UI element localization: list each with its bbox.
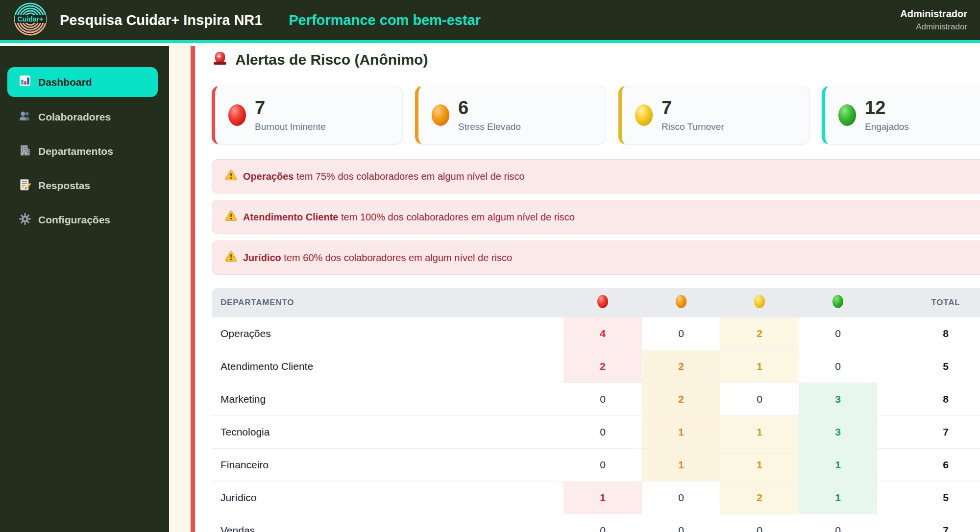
- risk-cell-red: 4: [564, 317, 642, 350]
- risk-cell-orange: 0: [642, 482, 720, 514]
- risk-cell-green: 3: [799, 416, 877, 448]
- red-dot-icon: [228, 104, 246, 126]
- table-row-atendimento-cliente: Atendimento Cliente22105: [212, 350, 980, 383]
- alerts-list: Operações tem 75% dos colaboradores em a…: [212, 159, 980, 275]
- risk-value: 2: [600, 361, 606, 372]
- risk-value: 2: [757, 492, 762, 504]
- orange-dot-icon: [432, 104, 449, 126]
- sidebar-item-departamentos[interactable]: Departamentos: [0, 134, 169, 169]
- risk-value: 3: [835, 393, 841, 405]
- stat-label: Risco Turnover: [662, 121, 724, 132]
- content-panel: Alertas de Risco (Anônimo) 7Burnout Imin…: [191, 46, 980, 532]
- risk-value: 1: [678, 426, 684, 438]
- page-title: Alertas de Risco (Anônimo): [235, 51, 428, 68]
- bar-chart-icon: [19, 74, 31, 90]
- department-cell: Vendas: [212, 525, 564, 532]
- risk-value: 0: [678, 492, 684, 504]
- warning-icon: [225, 169, 237, 183]
- risk-cell-green: 1: [799, 449, 877, 481]
- column-header-green: [799, 295, 877, 311]
- yellow-dot-icon: [754, 295, 765, 308]
- page-background: Alertas de Risco (Anônimo) 7Burnout Imin…: [169, 46, 980, 532]
- section-title-row: Alertas de Risco (Anônimo): [212, 50, 980, 70]
- risk-value: 0: [757, 525, 762, 532]
- sidebar: DashboardColaboradoresDepartamentosRespo…: [0, 46, 169, 532]
- risk-value: 0: [600, 393, 606, 405]
- risk-cell-yellow: 1: [720, 416, 799, 448]
- alert-department: Jurídico: [243, 252, 281, 263]
- risk-value: 0: [678, 328, 684, 339]
- risk-cell-orange: 2: [642, 383, 720, 415]
- column-header-departamento: DEPARTAMENTO: [212, 298, 564, 308]
- green-dot-icon: [838, 104, 856, 126]
- risk-cell-red: 1: [564, 482, 642, 514]
- stat-label: Burnout Iminente: [255, 121, 326, 132]
- stat-card-burnout-iminente: 7Burnout Iminente: [212, 86, 403, 145]
- risk-value: 1: [835, 492, 841, 504]
- risk-value: 1: [600, 492, 606, 504]
- risk-cell-yellow: 2: [720, 482, 799, 514]
- risk-cell-green: 0: [799, 317, 877, 350]
- people-icon: [19, 110, 31, 125]
- user-block: Administrador Administrador: [900, 8, 967, 32]
- total-cell: 5: [877, 361, 980, 372]
- stat-value: 7: [255, 98, 326, 117]
- sidebar-item-label: Dashboard: [38, 76, 92, 88]
- risk-value: 2: [678, 393, 684, 405]
- risk-value: 0: [600, 426, 606, 438]
- sidebar-item-dashboard[interactable]: Dashboard: [7, 67, 158, 97]
- risk-cell-orange: 2: [642, 350, 720, 383]
- risk-cell-yellow: 1: [720, 350, 799, 383]
- stat-cards-row: 7Burnout Iminente6Stress Elevado7Risco T…: [212, 86, 980, 145]
- department-cell: Operações: [212, 328, 564, 339]
- risk-value: 1: [678, 459, 684, 471]
- risk-cell-green: 3: [799, 383, 877, 415]
- risk-alert-juridico: Jurídico tem 60% dos colaboradores em al…: [212, 241, 980, 275]
- risk-alert-operacoes: Operações tem 75% dos colaboradores em a…: [212, 159, 980, 193]
- sidebar-item-configuracoes[interactable]: Configurações: [0, 203, 169, 237]
- siren-icon: [212, 50, 228, 70]
- risk-value: 0: [757, 393, 762, 405]
- sidebar-item-colaboradores[interactable]: Colaboradores: [0, 100, 169, 134]
- risk-cell-orange: 1: [642, 449, 720, 481]
- alert-department: Atendimento Cliente: [243, 212, 338, 222]
- table-header-row: DEPARTAMENTO TOTAL: [212, 288, 980, 317]
- risk-value: 0: [835, 361, 841, 372]
- risk-cell-red: 0: [564, 416, 642, 448]
- department-cell: Atendimento Cliente: [212, 361, 564, 372]
- orange-dot-icon: [676, 295, 686, 308]
- alert-text: Jurídico tem 60% dos colaboradores em al…: [243, 252, 512, 264]
- risk-cell-red: 0: [564, 514, 642, 532]
- risk-value: 0: [600, 459, 606, 471]
- risk-value: 1: [757, 459, 762, 471]
- total-cell: 5: [877, 492, 980, 504]
- sidebar-item-label: Respostas: [38, 180, 90, 192]
- sidebar-item-respostas[interactable]: Respostas: [0, 169, 169, 203]
- table-row-vendas: Vendas00007: [212, 514, 980, 532]
- risk-value: 3: [835, 426, 841, 438]
- risk-value: 2: [757, 328, 762, 339]
- stat-label: Engajados: [865, 121, 909, 132]
- sidebar-item-label: Departamentos: [38, 145, 113, 157]
- table-body: Operações40208Atendimento Cliente22105Ma…: [212, 317, 980, 532]
- warning-icon: [225, 210, 237, 224]
- stat-card-risco-turnover: 7Risco Turnover: [618, 86, 809, 145]
- risk-cell-green: 0: [799, 514, 877, 532]
- red-dot-icon: [597, 295, 608, 308]
- stat-value: 6: [458, 98, 521, 117]
- risk-value: 1: [757, 426, 762, 438]
- sidebar-item-label: Configurações: [38, 214, 110, 226]
- table-row-operacoes: Operações40208: [212, 317, 980, 350]
- department-cell: Financeiro: [212, 459, 564, 471]
- user-role: Administrador: [900, 22, 967, 32]
- risk-cell-yellow: 0: [720, 514, 799, 532]
- logo-text: Cuidar+: [18, 15, 44, 23]
- risk-value: 0: [678, 525, 684, 532]
- risk-value: 0: [600, 525, 606, 532]
- risk-cell-green: 1: [799, 482, 877, 514]
- risk-value: 4: [600, 328, 606, 339]
- app-title: Pesquisa Cuidar+ Inspira NR1: [60, 12, 262, 28]
- risk-cell-green: 0: [799, 350, 877, 383]
- stat-value: 7: [662, 98, 724, 117]
- table-row-financeiro: Financeiro01116: [212, 449, 980, 482]
